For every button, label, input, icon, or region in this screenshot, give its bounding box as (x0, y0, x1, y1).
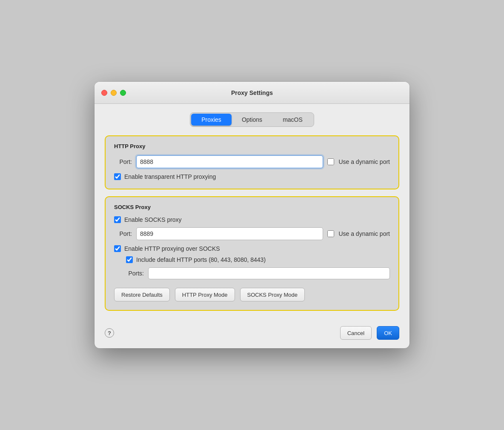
ok-button[interactable]: OK (377, 326, 399, 340)
minimize-button[interactable] (111, 90, 117, 96)
maximize-button[interactable] (120, 90, 126, 96)
socks-port-row: Port: Use a dynamic port (114, 227, 390, 240)
window-title: Proxy Settings (231, 89, 273, 96)
http-over-socks-label: Enable HTTP proxying over SOCKS (124, 245, 220, 252)
http-proxy-mode-button[interactable]: HTTP Proxy Mode (175, 288, 235, 301)
ports-row: Ports: (126, 267, 390, 279)
socks-port-input[interactable] (136, 227, 323, 240)
tab-options[interactable]: Options (232, 114, 272, 126)
socks-proxy-title: SOCKS Proxy (114, 204, 390, 210)
transparent-proxying-row: Enable transparent HTTP proxying (114, 173, 390, 180)
http-dynamic-port-checkbox[interactable] (327, 158, 334, 165)
tabs-container: Proxies Options macOS (105, 112, 399, 127)
socks-dynamic-port-checkbox[interactable] (327, 230, 334, 237)
transparent-proxying-label: Enable transparent HTTP proxying (124, 173, 216, 180)
http-port-input[interactable] (136, 155, 323, 168)
main-content: Proxies Options macOS HTTP Proxy Port: U… (94, 104, 410, 321)
http-over-socks-checkbox[interactable] (114, 245, 121, 252)
restore-defaults-button[interactable]: Restore Defaults (114, 288, 170, 301)
titlebar: Proxy Settings (94, 82, 410, 104)
include-default-ports-row: Include default HTTP ports (80, 443, 808… (126, 256, 390, 263)
http-proxy-title: HTTP Proxy (114, 143, 390, 149)
action-buttons: Restore Defaults HTTP Proxy Mode SOCKS P… (114, 288, 390, 301)
footer-buttons: Cancel OK (340, 326, 399, 340)
footer: ? Cancel OK (94, 321, 410, 348)
http-proxy-section: HTTP Proxy Port: Use a dynamic port Enab… (105, 135, 399, 189)
socks-dynamic-port-label: Use a dynamic port (338, 230, 390, 237)
http-over-socks-row: Enable HTTP proxying over SOCKS (114, 245, 390, 252)
tab-macos[interactable]: macOS (272, 114, 313, 126)
ports-input[interactable] (148, 267, 390, 279)
include-default-ports-checkbox[interactable] (126, 256, 133, 263)
traffic-lights (101, 90, 126, 96)
ports-label: Ports: (126, 270, 144, 277)
tab-group: Proxies Options macOS (190, 112, 314, 127)
cancel-button[interactable]: Cancel (340, 326, 372, 340)
socks-proxy-section: SOCKS Proxy Enable SOCKS proxy Port: Use… (105, 196, 399, 311)
http-port-label: Port: (114, 158, 132, 165)
close-button[interactable] (101, 90, 107, 96)
enable-socks-row: Enable SOCKS proxy (114, 216, 390, 223)
enable-socks-checkbox[interactable] (114, 216, 121, 223)
proxy-settings-window: Proxy Settings Proxies Options macOS HTT… (94, 82, 410, 348)
help-button[interactable]: ? (105, 328, 114, 338)
socks-proxy-mode-button[interactable]: SOCKS Proxy Mode (240, 288, 305, 301)
tab-proxies[interactable]: Proxies (191, 114, 232, 126)
http-port-row: Port: Use a dynamic port (114, 155, 390, 168)
enable-socks-label: Enable SOCKS proxy (124, 216, 182, 223)
socks-port-label: Port: (114, 230, 132, 237)
include-default-ports-label: Include default HTTP ports (80, 443, 808… (136, 256, 266, 263)
transparent-proxying-checkbox[interactable] (114, 173, 121, 180)
http-dynamic-port-label: Use a dynamic port (338, 158, 390, 165)
